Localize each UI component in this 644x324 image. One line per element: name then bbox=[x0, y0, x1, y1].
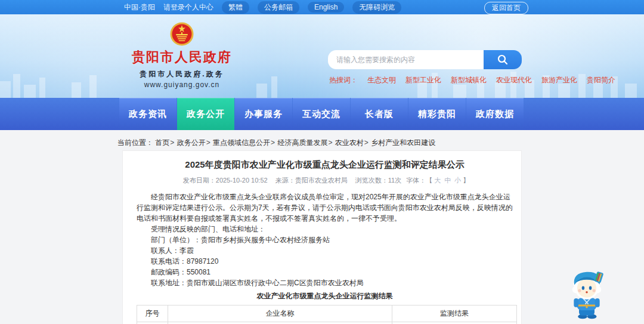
link-official-mail[interactable]: 公务邮箱 bbox=[258, 1, 299, 14]
article-card: 2025年度贵阳市农业产业化市级重点龙头企业运行监测和评定结果公示 发布日期：2… bbox=[122, 150, 522, 324]
breadcrumb-seg[interactable]: 经济高质量发展 bbox=[277, 138, 327, 147]
contact-department: 部门（单位）：贵阳市乡村振兴服务中心农村经济服务站 bbox=[137, 234, 513, 245]
monitoring-result-table: 序号 企业名称 监测结果 1 贵州合力超市采购有限公司 合格 2 贵州友禾种业有… bbox=[137, 305, 517, 324]
breadcrumb-separator: > bbox=[170, 138, 174, 147]
article-meta: 发布日期：2025-10-20 10:52 来源：贵阳市农业农村局 浏览次数：1… bbox=[137, 176, 513, 185]
breadcrumb-seg[interactable]: 政务公开 bbox=[177, 138, 206, 147]
nav-item-zfsj[interactable]: 政府数据 bbox=[466, 98, 524, 130]
font-size-large[interactable]: 大 bbox=[434, 177, 441, 184]
back-to-home-button[interactable]: 返回首页 bbox=[484, 2, 528, 14]
search-input[interactable] bbox=[328, 50, 484, 69]
nav-item-hdjl[interactable]: 互动交流 bbox=[293, 98, 350, 130]
hot-word[interactable]: 生态文明 bbox=[367, 75, 396, 85]
breadcrumb: 当前位置： 首页> 政务公开> 重点领域信息公开> 经济高质量发展> 农业农村>… bbox=[117, 138, 435, 148]
breadcrumb-label: 当前位置： bbox=[117, 138, 153, 147]
table-row: 1 贵州合力超市采购有限公司 合格 bbox=[137, 322, 517, 324]
breadcrumb-separator: > bbox=[364, 138, 369, 147]
breadcrumb-seg[interactable]: 农业农村 bbox=[335, 138, 364, 147]
col-header-result: 监测结果 bbox=[392, 306, 517, 322]
site-brand[interactable]: 贵阳市人民政府 贵阳市人民政府.政务 www.guiyang.gov.cn bbox=[122, 21, 242, 89]
breadcrumb-separator: > bbox=[206, 138, 210, 147]
hot-word[interactable]: 农业现代化 bbox=[496, 75, 532, 85]
site-subtitle: 贵阳市人民政府.政务 bbox=[122, 69, 242, 79]
font-bracket: 】 bbox=[463, 177, 469, 184]
cell-result: 合格 bbox=[392, 322, 517, 324]
link-english[interactable]: English bbox=[308, 2, 344, 13]
hot-search-words: 热搜词： 生态文明 新型工业化 新型城镇化 农业现代化 旅游产业化 贵阳简介 bbox=[329, 75, 615, 85]
cell-company: 贵州合力超市采购有限公司 bbox=[168, 322, 392, 324]
paragraph: 经贵阳市农业产业化市级重点龙头企业联席会议成员单位审定，现对2025年开展的农业… bbox=[137, 192, 513, 224]
search-icon bbox=[497, 54, 509, 66]
hot-word[interactable]: 旅游产业化 bbox=[541, 75, 577, 85]
col-header-index: 序号 bbox=[137, 306, 168, 322]
page: 中国·贵阳 请登录个人中心 繁體 公务邮箱 English 无障碍浏览 返回首页 bbox=[0, 0, 644, 324]
top-utility-bar: 中国·贵阳 请登录个人中心 繁體 公务邮箱 English 无障碍浏览 返回首页 bbox=[0, 0, 644, 14]
hot-search-label: 热搜词： bbox=[329, 75, 358, 85]
publish-date: 发布日期：2025-10-20 10:52 bbox=[183, 177, 268, 184]
search-button[interactable] bbox=[484, 50, 522, 69]
top-links: 中国·贵阳 请登录个人中心 繁體 公务邮箱 English 无障碍浏览 bbox=[124, 1, 401, 14]
table-caption: 农业产业化市级重点龙头企业运行监测结果 bbox=[137, 291, 513, 301]
breadcrumb-seg[interactable]: 乡村产业和农田建设 bbox=[371, 138, 435, 147]
contact-address: 联系地址：贵阳市观山湖区市级行政中心二期C区贵阳市农业农村局 bbox=[137, 277, 513, 288]
search-bar bbox=[328, 50, 522, 69]
nav-item-jcgy[interactable]: 精彩贵阳 bbox=[408, 98, 466, 130]
main-navigation: 政务资讯 政务公开 办事服务 互动交流 长者版 精彩贵阳 政府数据 bbox=[0, 98, 644, 130]
contact-postcode: 邮政编码：550081 bbox=[137, 267, 513, 277]
hot-word[interactable]: 贵阳简介 bbox=[587, 75, 615, 85]
national-emblem-icon bbox=[168, 21, 196, 47]
breadcrumb-separator: > bbox=[271, 138, 275, 147]
col-header-company: 企业名称 bbox=[168, 306, 392, 322]
nav-item-lzb[interactable]: 长者版 bbox=[351, 98, 408, 130]
paragraph: 受理情况反映的部门、电话和地址： bbox=[137, 224, 513, 234]
hot-word[interactable]: 新型城镇化 bbox=[451, 75, 487, 85]
table-header-row: 序号 企业名称 监测结果 bbox=[137, 306, 517, 322]
nav-item-zwgk[interactable]: 政务公开 bbox=[177, 98, 234, 130]
contact-person: 联系人：李霞 bbox=[137, 245, 513, 256]
breadcrumb-home[interactable]: 首页 bbox=[155, 138, 169, 147]
link-accessibility[interactable]: 无障碍浏览 bbox=[352, 1, 401, 14]
site-header: 贵阳市人民政府 贵阳市人民政府.政务 www.guiyang.gov.cn 热搜… bbox=[0, 14, 644, 98]
article-source: 来源：贵阳市农业农村局 bbox=[275, 177, 348, 184]
nav-item-zwzx[interactable]: 政务资讯 bbox=[119, 98, 177, 130]
breadcrumb-separator: > bbox=[328, 138, 332, 147]
font-size-label: 字体： bbox=[406, 177, 426, 184]
link-login-personal-center[interactable]: 请登录个人中心 bbox=[163, 2, 213, 13]
font-size-medium[interactable]: 中 bbox=[444, 177, 451, 184]
hot-word[interactable]: 新型工业化 bbox=[405, 75, 441, 85]
view-count: 浏览次数：11次 bbox=[355, 177, 401, 184]
font-bracket: 【 bbox=[426, 177, 432, 184]
article-body: 经贵阳市农业产业化市级重点龙头企业联席会议成员单位审定，现对2025年开展的农业… bbox=[137, 192, 513, 288]
link-china-guiyang[interactable]: 中国·贵阳 bbox=[124, 2, 155, 13]
link-traditional-chinese[interactable]: 繁體 bbox=[222, 1, 249, 14]
contact-phone: 联系电话：87987120 bbox=[137, 256, 513, 267]
article-title: 2025年度贵阳市农业产业化市级重点龙头企业运行监测和评定结果公示 bbox=[137, 159, 513, 171]
site-title: 贵阳市人民政府 bbox=[122, 48, 242, 66]
cell-index: 1 bbox=[137, 322, 168, 324]
font-size-small[interactable]: 小 bbox=[454, 177, 461, 184]
site-url: www.guiyang.gov.cn bbox=[122, 81, 242, 89]
breadcrumb-seg[interactable]: 重点领域信息公开 bbox=[213, 138, 270, 147]
mascot-assistant-icon[interactable] bbox=[564, 267, 610, 322]
nav-item-bsfw[interactable]: 办事服务 bbox=[235, 98, 292, 130]
